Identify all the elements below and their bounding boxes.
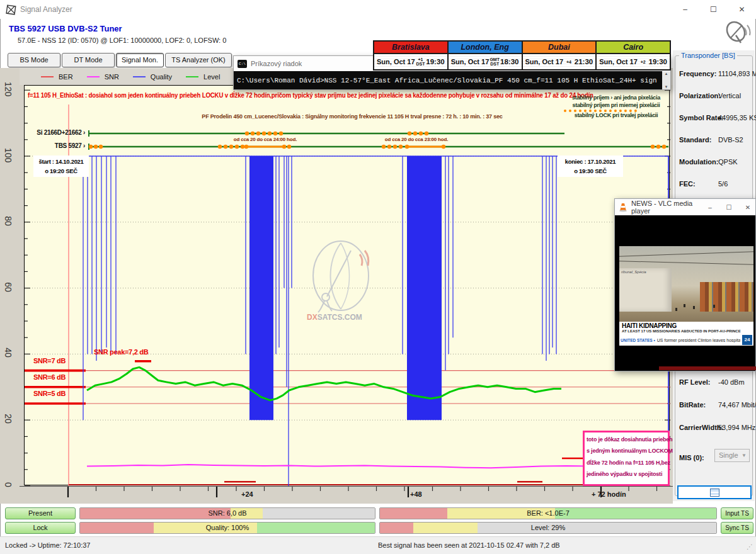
y-tick-label: 120 <box>3 82 13 96</box>
text-line: toto je dôkaz dosiahnutia priebehu <box>587 434 666 445</box>
timeline-label-si: Si 2166D+21662 › <box>28 129 85 136</box>
scroll-up-icon[interactable]: ▲ <box>665 72 668 76</box>
clock-date: Sun, Oct 17 <box>451 58 490 65</box>
signal-analyzer-window: Signal Analyzer – ☐ ✕ TBS 5927 USB DVB-S… <box>0 0 756 554</box>
y-tick-label: 0 <box>3 478 13 492</box>
text-line: štart : 14.10.2021 <box>35 157 87 166</box>
video-person <box>675 308 677 311</box>
snr-ref-label: SNR=5 dB <box>33 390 66 397</box>
level-bar: Level: 29% <box>379 522 717 534</box>
window-titlebar: Signal Analyzer – ☐ ✕ <box>0 0 756 19</box>
building-sign: ribunal_Spécia <box>621 270 646 274</box>
mis-dropdown[interactable]: Single ▼ <box>714 449 750 462</box>
mode-button-signal-mon-[interactable]: Signal Mon. <box>116 53 164 67</box>
cmd-console[interactable]: C:\Users\Roman Dávid>NSS 12-57°E_East Af… <box>234 71 670 89</box>
minimize-button[interactable]: – <box>671 0 699 19</box>
tuner-title: TBS 5927 USB DVB-S2 Tuner <box>9 24 122 33</box>
legend-item: SNR <box>87 73 119 81</box>
bar-label: Level: 29% <box>380 524 716 531</box>
x-tick-label: + 72 hodín <box>592 490 626 498</box>
sync-ts-button[interactable]: Sync TS <box>721 522 753 534</box>
news-headline: HAITI KIDNAPPING <box>622 322 751 329</box>
legend-label: Quality <box>151 73 172 81</box>
maximize-button[interactable]: ☐ <box>699 0 728 19</box>
sidebar-action-button[interactable] <box>677 485 752 499</box>
mode-button-bs-mode[interactable]: BS Mode <box>8 53 60 67</box>
reception-note: stabilný príjem pri miernej pixelácii <box>564 102 668 108</box>
clock-date: Sun, Oct 17 <box>599 58 638 65</box>
vlc-video[interactable]: ribunal_Spécia HAITI KIDNAPPING AT LEAST… <box>619 246 753 346</box>
chart-panel: BERSNRQualityLevel 120100806040200 f=11 … <box>0 68 673 504</box>
x-tick-label: +24 <box>241 490 253 498</box>
clock-body: Sun, Oct 17GMTDST18:30 <box>449 54 522 69</box>
vlc-close-button[interactable]: ✕ <box>740 204 755 211</box>
plot-area: f=11 105 H_EthioSat : dosiahol som jeden… <box>24 85 670 485</box>
legend-item: BER <box>41 73 73 81</box>
clock-body: Sun, Oct 17+421:30 <box>523 54 596 69</box>
text-line: o 19:30 SEČ <box>559 166 621 176</box>
cmd-prompt-line: C:\Users\Roman Dávid>NSS 12-57°E_East Af… <box>234 77 657 84</box>
clock-city: Dubai <box>523 42 596 54</box>
legend-swatch <box>41 76 54 77</box>
field-value: 5/6 <box>718 180 728 188</box>
snr-bar: SNR: 6,0 dB <box>79 507 375 519</box>
mode-button-ts-analyzer-ok-[interactable]: TS Analyzer (OK) <box>165 53 232 67</box>
text-line: jediného výpadku v spojitosti <box>587 468 666 480</box>
legend-label: SNR <box>105 73 119 81</box>
video-person <box>684 304 685 307</box>
end-box: koniec : 17.10.2021o 19:30 SEČ <box>558 155 623 177</box>
chart-title: f=11 105 H_EthioSat : dosiahol som jeden… <box>28 91 614 99</box>
field-row: Standard:DVB-S2 <box>679 136 750 159</box>
mis-value: Single <box>719 451 738 459</box>
cmd-scrollbar[interactable]: ▲ ▼ <box>662 71 670 89</box>
legend-label: BER <box>59 73 73 81</box>
field-label: CarrierWidth: <box>679 424 723 431</box>
timeline-note: od cca 20 do cca 23:00 hod. <box>379 137 454 142</box>
present-button[interactable]: Present <box>5 507 76 519</box>
reception-notes: stabilný príjem › ani jedna pixeláciasta… <box>564 94 668 120</box>
lock-button[interactable]: Lock <box>5 522 76 534</box>
vlc-minimize-button[interactable]: – <box>702 204 718 211</box>
ber-bar: BER: <1.0E-7 <box>379 507 717 519</box>
mis-row: MIS (0): Single ▼ <box>679 451 750 463</box>
close-button[interactable]: ✕ <box>728 0 756 19</box>
timeline-note: od cca 20 do cca 24:00 hod. <box>227 137 303 142</box>
watermark-rest: SATCS.COM <box>318 313 362 322</box>
field-row: Polarization:Vertical <box>679 92 750 115</box>
field-label: Modulation: <box>679 158 718 166</box>
field-value: 53,994 MHz <box>718 424 755 431</box>
field-label: FEC: <box>679 180 696 188</box>
scroll-down-icon[interactable]: ▼ <box>665 85 668 89</box>
clock-city: London, Eng <box>449 42 522 54</box>
mode-button-dt-mode[interactable]: DT Mode <box>62 53 115 67</box>
legend-swatch <box>87 76 100 77</box>
clock-date: Sun, Oct 17 <box>377 58 415 65</box>
vlc-title: NEWS - VLC media player <box>631 200 699 215</box>
field-label: Symbol Rate: <box>679 114 723 122</box>
field-row: Symbol Rate:44995,35 KS/s <box>679 114 750 137</box>
reception-note: stabilný LOCK pri trvalej pixelácii <box>564 112 668 118</box>
text-line: s jedným kontinuálnym LOCKOM v <box>587 445 666 456</box>
news-ticker: UNITED STATES • US former president Clin… <box>619 334 753 346</box>
app-icon <box>6 4 16 15</box>
bar-label: SNR: 6,0 dB <box>80 509 375 517</box>
cmd-icon: C:\ <box>238 60 247 68</box>
vlc-titlebar[interactable]: NEWS - VLC media player – ☐ ✕ <box>615 199 755 215</box>
reception-note: stabilný príjem › ani jedna pixelácia <box>564 94 668 101</box>
y-tick-label: 60 <box>3 280 13 294</box>
x-tick-label: +48 <box>410 490 422 498</box>
bar-label: BER: <1.0E-7 <box>380 509 716 517</box>
cmd-title: Príkazový riadok <box>251 60 302 67</box>
snr-peak-label: SNR peak=7,2 dB <box>94 348 148 356</box>
input-ts-button[interactable]: Input TS <box>721 507 753 519</box>
vlc-progress-bar[interactable] <box>659 366 756 370</box>
y-tick-label: 20 <box>3 412 13 426</box>
vlc-maximize-button[interactable]: ☐ <box>721 204 736 211</box>
field-value: QPSK <box>718 158 738 166</box>
clock-offset: +2 <box>638 60 649 64</box>
field-row: CarrierWidth:53,994 MHz <box>679 424 750 446</box>
field-row: RF Level:-40 dBm <box>679 378 750 401</box>
clock-time: 19:30 <box>649 58 667 65</box>
resize-grip[interactable]: ⋰ <box>747 543 753 550</box>
clock-time: 19:30 <box>426 58 444 65</box>
